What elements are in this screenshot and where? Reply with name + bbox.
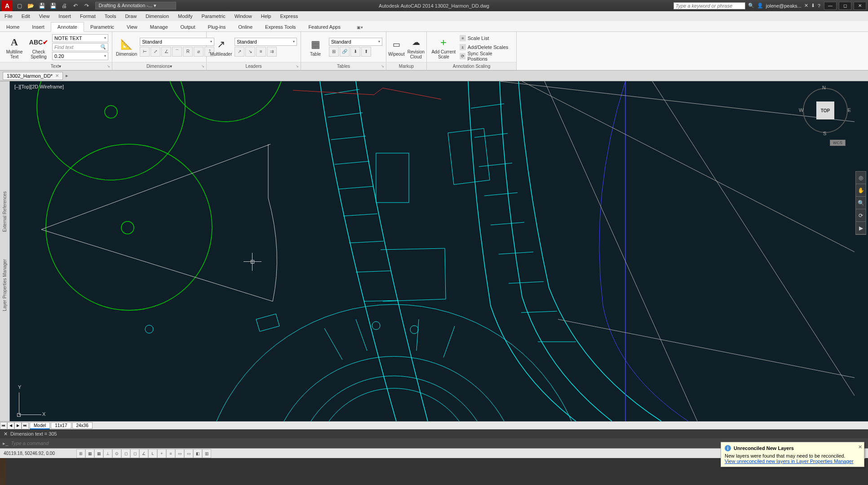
lwt-icon[interactable]: ≡ [166,449,175,458]
qat-new-icon[interactable]: ▢ [15,1,24,10]
layout-next-icon[interactable]: ▶ [14,422,22,429]
nav-zoom-icon[interactable]: 🔍 [856,197,866,209]
tab-featuredapps[interactable]: Featured Apps [302,22,347,31]
file-tab[interactable]: 13002_Harmon_DD* ✕ [3,72,63,80]
minimize-button[interactable]: — [824,2,837,10]
dim-aligned-icon[interactable]: ⤢ [151,47,160,57]
sync-scale-button[interactable]: ⟳Sync Scale Positions [460,52,513,60]
qat-undo-icon[interactable]: ↶ [71,1,80,10]
menu-view[interactable]: View [35,12,54,20]
multileader-button[interactable]: ↗ Multileader [210,37,232,57]
am-icon[interactable]: ▥ [202,449,211,458]
table-upload-icon[interactable]: ⬆ [361,47,371,57]
qat-open-icon[interactable]: 📂 [26,1,35,10]
tab-manage[interactable]: Manage [144,22,174,31]
view-cube[interactable]: TOP N S E W [801,86,850,135]
3dosnap-icon[interactable]: ◻ [130,449,139,458]
compass-s[interactable]: S [823,131,826,136]
table-link-icon[interactable]: 🔗 [340,47,350,57]
infer-constraints-icon[interactable]: ⊞ [76,449,85,458]
qat-print-icon[interactable]: 🖨 [60,1,69,10]
layout-24x36[interactable]: 24x36 [72,422,93,429]
table-button[interactable]: ▦ Table [305,37,326,57]
compass-w[interactable]: W [799,107,803,113]
layout-first-icon[interactable]: ⏮ [0,422,7,429]
exchange-icon[interactable]: ✕ [804,3,808,9]
layout-prev-icon[interactable]: ◀ [7,422,14,429]
tab-parametric[interactable]: Parametric [84,22,120,31]
text-height-dropdown[interactable]: 0.20▾ [52,52,108,60]
wcs-badge[interactable]: WCS [830,140,846,146]
coordinates-display[interactable]: 40119.18, 50246.92, 0.00 [0,451,76,456]
ucs-icon[interactable]: X Y [19,388,46,415]
layout-11x17[interactable]: 11x17 [51,422,71,429]
balloon-close-icon[interactable]: ✕ [858,444,862,450]
leader-style-dropdown[interactable]: Standard▾ [235,38,297,46]
external-references-panel[interactable]: External References [2,178,7,246]
nav-orbit-icon[interactable]: ⟳ [856,209,866,222]
user-label[interactable]: jolene@peaks... [766,3,802,9]
close-tab-icon[interactable]: ✕ [55,73,59,78]
layout-last-icon[interactable]: ⏭ [22,422,29,429]
leader-add-icon[interactable]: ↗ [235,47,244,57]
search-input[interactable] [673,2,745,9]
leader-align-icon[interactable]: ≡ [256,47,266,57]
leader-collect-icon[interactable]: ⇉ [267,47,277,57]
new-tab-icon[interactable]: ▸ [66,73,68,79]
menu-edit[interactable]: Edit [17,12,35,20]
qp-icon[interactable]: ▭ [184,449,193,458]
dim-linear-icon[interactable]: ⊢ [140,47,150,57]
grid-icon[interactable]: ▦ [94,449,103,458]
maximize-button[interactable]: ◻ [839,2,851,10]
table-style-dropdown[interactable]: Standard▾ [329,38,382,46]
panel-leaders-title[interactable]: Leaders↘ [207,62,301,70]
text-style-dropdown[interactable]: NOTE TEXT▾ [52,34,108,42]
layer-properties-panel[interactable]: Layer Properties Manager [2,246,7,325]
leader-remove-icon[interactable]: ↘ [245,47,255,57]
qat-redo-icon[interactable]: ↷ [82,1,91,10]
dim-angular-icon[interactable]: ∠ [161,47,171,57]
menu-file[interactable]: File [0,12,17,20]
tab-output[interactable]: Output [174,22,202,31]
revision-cloud-button[interactable]: ☁ Revision Cloud [407,35,425,59]
close-button[interactable]: ✕ [854,2,866,10]
add-delete-scales-button[interactable]: ±Add/Delete Scales [460,43,513,51]
scale-list-button[interactable]: ≡Scale List [460,34,513,42]
compass-n[interactable]: N [822,85,826,90]
qat-save-icon[interactable]: 💾 [37,1,46,10]
menu-window[interactable]: Window [230,12,257,20]
dimension-button[interactable]: 📐 Dimension [116,37,137,57]
qat-saveas-icon[interactable]: 💾 [49,1,58,10]
sc-icon[interactable]: ◧ [193,449,202,458]
panel-tables-title[interactable]: Tables↘ [301,62,386,70]
ortho-icon[interactable]: ⊥ [103,449,112,458]
ducs-icon[interactable]: L [148,449,157,458]
find-text-input[interactable]: Find text🔍 [52,43,108,51]
osnap-icon[interactable]: ◻ [121,449,130,458]
tab-home[interactable]: Home [0,22,26,31]
tab-view[interactable]: View [120,22,144,31]
viewcube-top-face[interactable]: TOP [816,101,834,119]
viewport-label[interactable]: [–][Top][2D Wireframe] [14,84,64,89]
search-icon[interactable]: 🔍 [748,3,754,9]
tab-online[interactable]: Online [232,22,259,31]
panel-text-title[interactable]: Text ▾↘ [0,62,112,70]
help-icon[interactable]: ? [818,3,820,9]
app-logo[interactable]: A [2,0,13,11]
cmdline-close-icon[interactable]: ✕ [4,431,8,437]
menu-draw[interactable]: Draw [120,12,141,20]
menu-dimension[interactable]: Dimension [141,12,173,20]
nav-showmotion-icon[interactable]: ▶ [856,222,866,234]
search-icon[interactable]: 🔍 [100,44,106,50]
layout-model[interactable]: Model [30,422,50,429]
nav-pan-icon[interactable]: ✋ [856,184,866,197]
otrack-icon[interactable]: ∠ [139,449,148,458]
panel-dimensions-title[interactable]: Dimensions ▾↘ [112,62,206,70]
drawing-canvas[interactable]: [–][Top][2D Wireframe] [10,81,868,421]
nav-wheel-icon[interactable]: ◎ [856,172,866,184]
polar-icon[interactable]: ⊙ [112,449,121,458]
menu-help[interactable]: Help [257,12,276,20]
compass-e[interactable]: E [848,107,851,113]
add-current-scale-button[interactable]: ＋ Add Current Scale [430,35,457,59]
stayconnected-icon[interactable]: ⬇ [811,3,815,9]
